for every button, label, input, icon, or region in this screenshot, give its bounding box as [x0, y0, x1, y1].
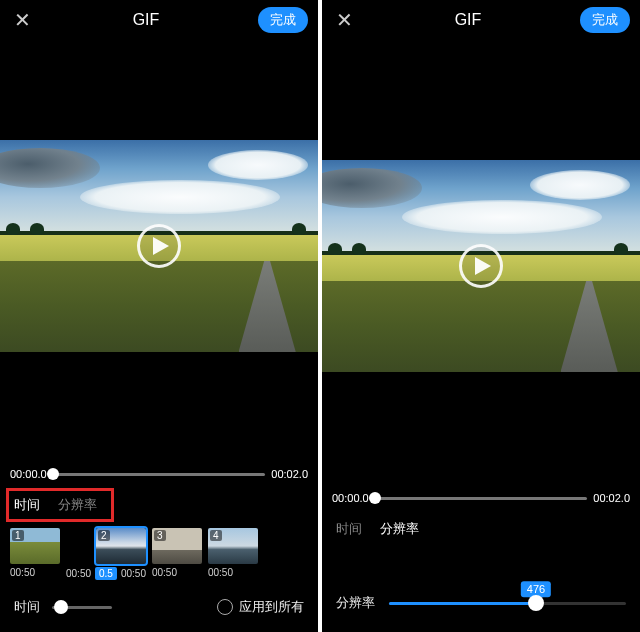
thumbnail-index: 3 — [154, 530, 166, 541]
spacer — [322, 40, 640, 160]
apply-all-label: 应用到所有 — [239, 598, 304, 616]
tab-time[interactable]: 时间 — [336, 520, 362, 538]
controls-area: 00:00.0 00:02.0 时间 分辨率 分辨率 476 — [322, 372, 640, 632]
thumbnail[interactable]: 400:50 — [208, 528, 258, 578]
time-start: 00:00.0 — [332, 492, 369, 504]
thumbnail-image[interactable]: 1 — [10, 528, 60, 564]
thumbnail-image[interactable]: 4 — [208, 528, 258, 564]
time-slider-knob[interactable] — [54, 600, 68, 614]
tab-resolution[interactable]: 分辨率 — [380, 520, 419, 538]
time-label: 时间 — [14, 598, 40, 616]
thumbnail-index: 2 — [98, 530, 110, 541]
thumbnail-image[interactable]: 3 — [152, 528, 202, 564]
controls-area: 00:00.0 00:02.0 时间 分辨率 100:50200:500.500… — [0, 352, 318, 632]
close-icon[interactable]: ✕ — [332, 8, 356, 32]
radio-unchecked-icon — [217, 599, 233, 615]
duration-pill: 0.5 — [95, 567, 117, 580]
thumbnail-duration: 00:50 — [152, 567, 177, 578]
thumbnail[interactable]: 300:50 — [152, 528, 202, 578]
time-end: 00:02.0 — [593, 492, 630, 504]
resolution-label: 分辨率 — [336, 594, 375, 612]
thumbnail-duration: 00:500.500:50 — [66, 567, 146, 580]
time-slider[interactable] — [52, 606, 112, 609]
close-icon[interactable]: ✕ — [10, 8, 34, 32]
done-button[interactable]: 完成 — [258, 7, 308, 33]
thumbnail-index: 4 — [210, 530, 222, 541]
timeline-track[interactable] — [375, 497, 588, 500]
play-icon[interactable] — [459, 244, 503, 288]
done-button[interactable]: 完成 — [580, 7, 630, 33]
page-title: GIF — [133, 11, 160, 29]
tab-time[interactable]: 时间 — [14, 496, 40, 514]
timeline-track[interactable] — [53, 473, 266, 476]
tabs: 时间 分辨率 — [322, 512, 640, 548]
timeline-knob[interactable] — [47, 468, 59, 480]
spacer — [0, 40, 318, 140]
video-preview[interactable] — [322, 160, 640, 372]
left-screen: ✕ GIF 完成 00:00.0 00:02.0 时间 分辨率 100:5020… — [0, 0, 318, 632]
thumbnail-strip: 100:50200:500.500:50300:50400:50 — [0, 524, 318, 590]
thumbnail[interactable]: 200:500.500:50 — [66, 528, 146, 580]
header: ✕ GIF 完成 — [322, 0, 640, 40]
resolution-control: 分辨率 476 — [322, 578, 640, 632]
thumbnail-image[interactable]: 2 — [96, 528, 146, 564]
video-preview[interactable] — [0, 140, 318, 352]
apply-all-toggle[interactable]: 应用到所有 — [217, 598, 304, 616]
svg-marker-0 — [153, 237, 169, 255]
time-start: 00:00.0 — [10, 468, 47, 480]
right-screen: ✕ GIF 完成 00:00.0 00:02.0 时间 分辨率 分辨率 — [322, 0, 640, 632]
timeline-knob[interactable] — [369, 492, 381, 504]
resolution-slider[interactable]: 476 — [389, 602, 626, 605]
time-end: 00:02.0 — [271, 468, 308, 480]
thumbnail[interactable]: 100:50 — [10, 528, 60, 578]
resolution-knob[interactable] — [528, 595, 544, 611]
thumbnail-index: 1 — [12, 530, 24, 541]
header: ✕ GIF 完成 — [0, 0, 318, 40]
play-icon[interactable] — [137, 224, 181, 268]
timeline: 00:00.0 00:02.0 — [322, 486, 640, 512]
tabs: 时间 分辨率 — [0, 488, 318, 524]
thumbnail-duration: 00:50 — [10, 567, 35, 578]
timeline: 00:00.0 00:02.0 — [0, 462, 318, 488]
svg-marker-1 — [475, 257, 491, 275]
tab-resolution[interactable]: 分辨率 — [58, 496, 97, 514]
thumbnail-duration: 00:50 — [208, 567, 233, 578]
page-title: GIF — [455, 11, 482, 29]
bottom-controls: 时间 应用到所有 — [0, 590, 318, 632]
